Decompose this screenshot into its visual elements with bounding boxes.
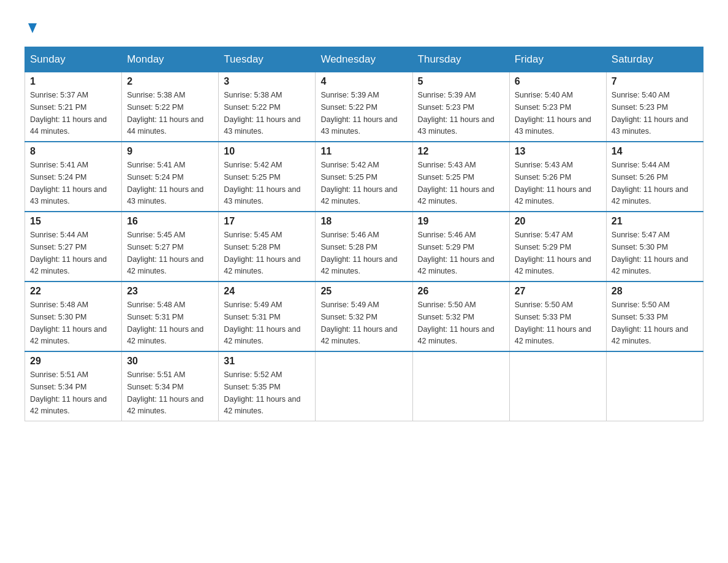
day-info: Sunrise: 5:38 AMSunset: 5:22 PMDaylight:… [127,91,203,136]
calendar-day-cell: 13 Sunrise: 5:43 AMSunset: 5:26 PMDaylig… [509,142,606,212]
day-number: 9 [127,146,213,157]
calendar-day-cell: 27 Sunrise: 5:50 AMSunset: 5:33 PMDaylig… [509,282,606,351]
day-number: 11 [320,146,407,157]
calendar-day-cell: 10 Sunrise: 5:42 AMSunset: 5:25 PMDaylig… [219,142,316,212]
calendar-day-cell: 14 Sunrise: 5:44 AMSunset: 5:26 PMDaylig… [606,142,703,212]
day-info: Sunrise: 5:44 AMSunset: 5:26 PMDaylight:… [612,161,688,205]
day-info: Sunrise: 5:39 AMSunset: 5:22 PMDaylight:… [320,91,397,136]
day-info: Sunrise: 5:46 AMSunset: 5:29 PMDaylight:… [418,231,495,275]
day-number: 24 [224,286,310,297]
day-info: Sunrise: 5:48 AMSunset: 5:30 PMDaylight:… [30,301,107,345]
calendar-day-cell [316,351,412,421]
day-number: 6 [515,76,601,87]
calendar-day-cell: 28 Sunrise: 5:50 AMSunset: 5:33 PMDaylig… [606,282,703,351]
day-info: Sunrise: 5:50 AMSunset: 5:33 PMDaylight:… [515,301,591,345]
day-info: Sunrise: 5:44 AMSunset: 5:27 PMDaylight:… [30,231,107,275]
calendar-day-cell [412,351,509,421]
calendar-week-row: 22 Sunrise: 5:48 AMSunset: 5:30 PMDaylig… [25,282,703,351]
day-number: 14 [612,146,698,157]
day-number: 15 [30,216,116,227]
day-number: 12 [418,146,504,157]
day-number: 18 [320,216,407,227]
day-info: Sunrise: 5:41 AMSunset: 5:24 PMDaylight:… [127,161,203,205]
calendar-day-cell: 21 Sunrise: 5:47 AMSunset: 5:30 PMDaylig… [606,212,703,282]
calendar-day-cell: 5 Sunrise: 5:39 AMSunset: 5:23 PMDayligh… [412,72,509,142]
calendar-day-cell: 19 Sunrise: 5:46 AMSunset: 5:29 PMDaylig… [412,212,509,282]
day-number: 10 [224,146,310,157]
day-info: Sunrise: 5:48 AMSunset: 5:31 PMDaylight:… [127,301,203,345]
day-info: Sunrise: 5:47 AMSunset: 5:29 PMDaylight:… [515,231,591,275]
day-number: 17 [224,216,310,227]
day-number: 3 [224,76,310,87]
day-info: Sunrise: 5:37 AMSunset: 5:21 PMDaylight:… [30,91,107,136]
day-info: Sunrise: 5:38 AMSunset: 5:22 PMDaylight:… [224,91,300,136]
calendar-header-thursday: Thursday [412,47,509,72]
calendar-day-cell: 29 Sunrise: 5:51 AMSunset: 5:34 PMDaylig… [25,351,122,421]
svg-marker-0 [28,23,37,33]
logo [25,18,39,34]
day-number: 4 [320,76,407,87]
calendar-day-cell: 3 Sunrise: 5:38 AMSunset: 5:22 PMDayligh… [219,72,316,142]
day-number: 7 [612,76,698,87]
calendar-day-cell: 4 Sunrise: 5:39 AMSunset: 5:22 PMDayligh… [316,72,412,142]
day-info: Sunrise: 5:51 AMSunset: 5:34 PMDaylight:… [30,370,107,415]
day-number: 2 [127,76,213,87]
day-number: 28 [612,286,698,297]
day-info: Sunrise: 5:52 AMSunset: 5:35 PMDaylight:… [224,370,300,415]
calendar-day-cell: 23 Sunrise: 5:48 AMSunset: 5:31 PMDaylig… [122,282,219,351]
day-number: 21 [612,216,698,227]
day-info: Sunrise: 5:49 AMSunset: 5:31 PMDaylight:… [224,301,300,345]
day-info: Sunrise: 5:42 AMSunset: 5:25 PMDaylight:… [320,161,397,205]
day-number: 19 [418,216,504,227]
logo-triangle-icon [26,21,39,34]
day-number: 16 [127,216,213,227]
calendar-week-row: 29 Sunrise: 5:51 AMSunset: 5:34 PMDaylig… [25,351,703,421]
calendar-day-cell: 2 Sunrise: 5:38 AMSunset: 5:22 PMDayligh… [122,72,219,142]
calendar-day-cell: 22 Sunrise: 5:48 AMSunset: 5:30 PMDaylig… [25,282,122,351]
calendar-day-cell: 30 Sunrise: 5:51 AMSunset: 5:34 PMDaylig… [122,351,219,421]
calendar-table: SundayMondayTuesdayWednesdayThursdayFrid… [25,47,703,421]
calendar-week-row: 8 Sunrise: 5:41 AMSunset: 5:24 PMDayligh… [25,142,703,212]
calendar-day-cell: 15 Sunrise: 5:44 AMSunset: 5:27 PMDaylig… [25,212,122,282]
calendar-header-wednesday: Wednesday [316,47,412,72]
day-number: 29 [30,356,116,367]
calendar-week-row: 1 Sunrise: 5:37 AMSunset: 5:21 PMDayligh… [25,72,703,142]
calendar-header-sunday: Sunday [25,47,122,72]
day-number: 23 [127,286,213,297]
calendar-header-monday: Monday [122,47,219,72]
day-number: 13 [515,146,601,157]
day-number: 8 [30,146,116,157]
calendar-day-cell: 12 Sunrise: 5:43 AMSunset: 5:25 PMDaylig… [412,142,509,212]
day-info: Sunrise: 5:41 AMSunset: 5:24 PMDaylight:… [30,161,107,205]
calendar-header-saturday: Saturday [606,47,703,72]
day-info: Sunrise: 5:42 AMSunset: 5:25 PMDaylight:… [224,161,300,205]
day-info: Sunrise: 5:45 AMSunset: 5:28 PMDaylight:… [224,231,300,275]
day-number: 20 [515,216,601,227]
calendar-day-cell: 16 Sunrise: 5:45 AMSunset: 5:27 PMDaylig… [122,212,219,282]
calendar-day-cell: 26 Sunrise: 5:50 AMSunset: 5:32 PMDaylig… [412,282,509,351]
calendar-day-cell [509,351,606,421]
day-info: Sunrise: 5:51 AMSunset: 5:34 PMDaylight:… [127,370,203,415]
day-number: 5 [418,76,504,87]
day-number: 27 [515,286,601,297]
calendar-header-tuesday: Tuesday [219,47,316,72]
calendar-day-cell: 9 Sunrise: 5:41 AMSunset: 5:24 PMDayligh… [122,142,219,212]
calendar-day-cell: 1 Sunrise: 5:37 AMSunset: 5:21 PMDayligh… [25,72,122,142]
day-info: Sunrise: 5:40 AMSunset: 5:23 PMDaylight:… [515,91,591,136]
calendar-week-row: 15 Sunrise: 5:44 AMSunset: 5:27 PMDaylig… [25,212,703,282]
day-info: Sunrise: 5:50 AMSunset: 5:33 PMDaylight:… [612,301,688,345]
calendar-day-cell: 7 Sunrise: 5:40 AMSunset: 5:23 PMDayligh… [606,72,703,142]
day-number: 25 [320,286,407,297]
day-info: Sunrise: 5:46 AMSunset: 5:28 PMDaylight:… [320,231,397,275]
calendar-day-cell [606,351,703,421]
calendar-day-cell: 6 Sunrise: 5:40 AMSunset: 5:23 PMDayligh… [509,72,606,142]
day-number: 26 [418,286,504,297]
day-info: Sunrise: 5:50 AMSunset: 5:32 PMDaylight:… [418,301,495,345]
calendar-header-row: SundayMondayTuesdayWednesdayThursdayFrid… [25,47,703,72]
day-info: Sunrise: 5:43 AMSunset: 5:25 PMDaylight:… [418,161,495,205]
day-info: Sunrise: 5:43 AMSunset: 5:26 PMDaylight:… [515,161,591,205]
day-info: Sunrise: 5:39 AMSunset: 5:23 PMDaylight:… [418,91,495,136]
day-info: Sunrise: 5:45 AMSunset: 5:27 PMDaylight:… [127,231,203,275]
calendar-day-cell: 31 Sunrise: 5:52 AMSunset: 5:35 PMDaylig… [219,351,316,421]
day-info: Sunrise: 5:49 AMSunset: 5:32 PMDaylight:… [320,301,397,345]
